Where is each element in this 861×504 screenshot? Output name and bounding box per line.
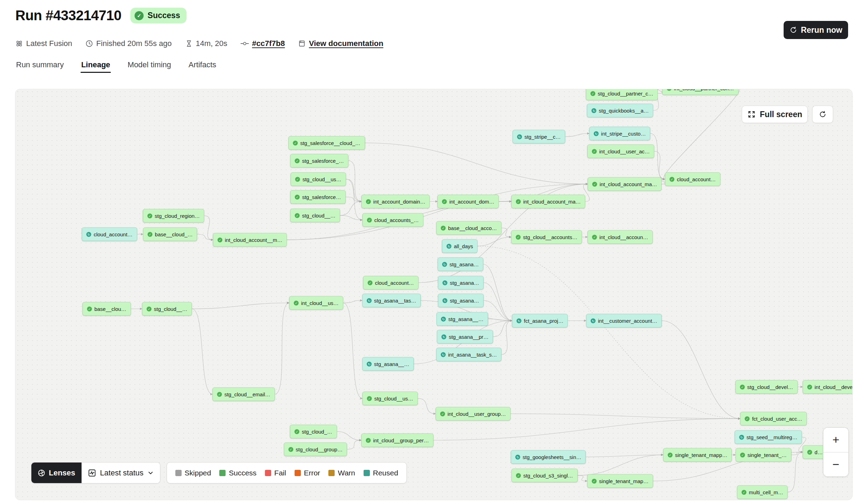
lens-selector[interactable]: Latest status: [82, 463, 160, 483]
lineage-node[interactable]: ✓stg_cloud__accounts…: [511, 230, 582, 244]
lineage-node[interactable]: ✓stg_cloud__us…: [291, 173, 346, 186]
lineage-node[interactable]: ✓stg_cloud__email…: [213, 388, 275, 401]
node-label: int__customer_account…: [598, 318, 657, 324]
lineage-node[interactable]: ✓stg_cloud__us…: [363, 392, 418, 405]
node-label: base__cloud_…: [155, 231, 192, 237]
success-dot-icon: ✓: [442, 199, 447, 204]
lineage-node[interactable]: ↻stg_googlesheets__sin…: [511, 450, 586, 464]
rerun-now-button[interactable]: Rerun now: [784, 21, 848, 39]
node-label: stg_cloud__accounts…: [523, 234, 578, 240]
meta-item: Latest Fusion: [15, 39, 72, 48]
lineage-node[interactable]: ✓int_cloud__accoun…: [587, 230, 653, 244]
meta-link[interactable]: #cc7f7b8: [241, 39, 285, 48]
success-dot-icon: ✓: [295, 429, 299, 434]
lineage-node[interactable]: ✓stg_cloud_region…: [143, 209, 204, 223]
lineage-node[interactable]: ✓int_cloud__us…: [289, 296, 343, 310]
lineage-node[interactable]: ✓int_account_dom…: [437, 195, 499, 208]
node-label: d…: [815, 449, 823, 455]
node-label: single_tenant_…: [747, 452, 787, 458]
lineage-node[interactable]: ↻stg_stripe__c…: [512, 130, 565, 144]
node-label: stg_asana__…: [448, 316, 483, 322]
lineage-node[interactable]: ✓single_tenant_…: [736, 448, 791, 462]
lineage-node[interactable]: ✓stg_cloud_…: [290, 425, 337, 438]
lineage-node[interactable]: ↻stg_quickbooks__a…: [587, 104, 653, 117]
lenses-button[interactable]: Lenses: [31, 463, 82, 483]
lineage-node[interactable]: ✓multi_cell_m…: [737, 486, 787, 499]
reused-dot-icon: ↻: [367, 361, 372, 366]
lineage-node[interactable]: ✓base__cloud_acco…: [436, 221, 501, 235]
lineage-node[interactable]: ✓int_cloud__user_group…: [436, 407, 511, 421]
lineage-node[interactable]: ↻stg_asana__…: [436, 312, 488, 326]
zoom-out-button[interactable]: −: [823, 452, 848, 477]
lineage-node[interactable]: ↻cloud_account…: [82, 228, 137, 241]
lineage-node[interactable]: ✓stg_cloud__devel…: [736, 380, 798, 394]
lineage-node[interactable]: ✓stg_cloud__…: [142, 302, 192, 316]
node-label: int_cloud__user_group…: [448, 411, 506, 417]
lineage-node[interactable]: ↻int__customer_account…: [586, 314, 662, 328]
meta-link[interactable]: View documentation: [298, 39, 383, 48]
lineage-node[interactable]: ✓int_cloud__partner_con…: [662, 89, 739, 95]
lineage-node[interactable]: ↻fct_asana_proj…: [512, 314, 568, 328]
success-dot-icon: ✓: [516, 473, 521, 478]
lineage-node[interactable]: ✓int_cloud_account_ma…: [511, 195, 585, 208]
lineage-node[interactable]: ↻all_days: [442, 239, 478, 253]
node-label: stg_cloud__devel…: [747, 384, 793, 390]
lineage-node[interactable]: ✓stg_cloud__group…: [284, 443, 347, 456]
lineage-node[interactable]: ✓int_cloud_account_ma…: [588, 177, 662, 191]
success-dot-icon: ✓: [288, 447, 293, 452]
node-label: all_days: [454, 243, 473, 249]
lineage-node[interactable]: ✓stg_salesforce…: [290, 190, 346, 204]
node-label: stg_cloud__us…: [374, 396, 413, 402]
legend-item-error: Error: [295, 469, 320, 477]
lineage-node[interactable]: ✓single_tenant_mapp…: [663, 448, 732, 462]
fullscreen-icon: [747, 110, 756, 119]
full-screen-button[interactable]: Full screen: [742, 106, 808, 123]
lineage-node[interactable]: ✓stg_salesforce__cloud_…: [288, 136, 365, 150]
lineage-node[interactable]: ✓int_cloud__devel…: [803, 380, 853, 394]
lenses-control: Lenses Latest status: [31, 462, 160, 483]
lenses-label: Lenses: [49, 468, 75, 478]
lineage-node[interactable]: ↻int_stripe__custo…: [589, 127, 650, 140]
lineage-node[interactable]: ✓stg_cloud__partner_c…: [586, 89, 658, 100]
lineage-node[interactable]: ✓base__clou…: [83, 302, 131, 316]
node-label: multi_cell_m…: [749, 489, 783, 495]
tab-lineage[interactable]: Lineage: [81, 60, 111, 73]
lineage-node[interactable]: ✓cloud_account…: [363, 276, 419, 290]
lineage-node[interactable]: ✓stg_cloud_s3_singl…: [511, 469, 578, 482]
lineage-node[interactable]: ✓stg_cloud__…: [290, 209, 340, 222]
lineage-node[interactable]: ✓stg_salesforce_…: [290, 154, 348, 168]
lineage-node[interactable]: ↻stg_asana__pr…: [437, 330, 493, 344]
tab-run-summary[interactable]: Run summary: [15, 60, 64, 73]
lineage-node[interactable]: ✓single_tenant_map…: [587, 474, 653, 488]
lineage-node[interactable]: ↻stg_seed__multireg…: [735, 430, 802, 444]
node-label: stg_asana…: [450, 280, 479, 286]
zoom-in-button[interactable]: +: [823, 428, 848, 452]
tab-model-timing[interactable]: Model timing: [127, 60, 172, 73]
legend-swatch: [328, 470, 335, 476]
status-legend: SkippedSuccessFailErrorWarnReused: [167, 462, 407, 483]
lineage-node[interactable]: ✓cloud_account…: [665, 173, 721, 186]
node-label: stg_salesforce_…: [302, 158, 344, 164]
lineage-node[interactable]: ✓int_cloud_account__m…: [213, 233, 287, 247]
node-label: stg_asana__pr…: [449, 334, 488, 340]
lineage-canvas[interactable]: ✓stg_salesforce__cloud_…✓stg_salesforce_…: [15, 89, 853, 500]
tab-artifacts[interactable]: Artifacts: [188, 60, 217, 73]
lineage-node[interactable]: ✓int_account_domain…: [361, 195, 430, 208]
lineage-node[interactable]: ↻stg_asana__…: [362, 357, 414, 371]
reused-dot-icon: ↻: [441, 334, 446, 339]
title-row: Run #433214710 ✓ Success: [15, 8, 186, 23]
reused-dot-icon: ↻: [441, 316, 446, 321]
lineage-node[interactable]: ✓cloud_accounts_…: [363, 213, 424, 227]
lineage-node[interactable]: ↻stg_asana…: [437, 258, 483, 271]
lineage-node[interactable]: ✓fct_cloud_user_acc…: [740, 412, 807, 426]
lineage-node[interactable]: ↻stg_asana__tas…: [362, 294, 421, 307]
node-label: int_cloud__accoun…: [599, 234, 648, 240]
lineage-node[interactable]: ✓base__cloud_…: [143, 228, 197, 241]
lineage-node[interactable]: ✓int_cloud__group_per…: [361, 434, 433, 447]
node-label: int_cloud__partner_con…: [674, 89, 734, 91]
lineage-node[interactable]: ✓int_cloud__user_ac…: [587, 145, 654, 158]
lineage-node[interactable]: ↻stg_asana…: [438, 276, 483, 290]
lineage-node[interactable]: ↻stg_asana…: [438, 294, 483, 307]
refresh-graph-button[interactable]: [812, 106, 833, 123]
lineage-node[interactable]: ↻int_asana__task_s…: [436, 348, 501, 361]
